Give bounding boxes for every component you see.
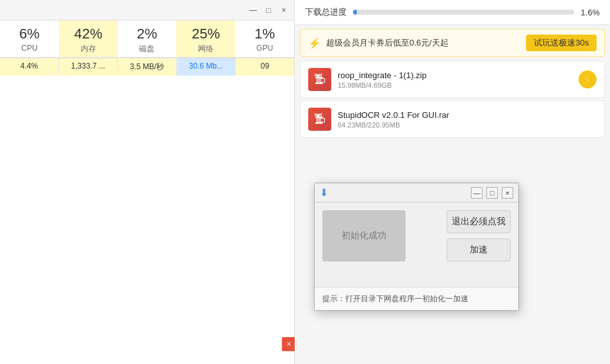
popup-icon: ⬇ bbox=[320, 186, 328, 199]
close-taskmanager-icon[interactable]: × bbox=[282, 337, 296, 351]
file-size-1: 15.98MB/4.69GB bbox=[338, 81, 572, 89]
promo-banner: ⚡ 超级会员月卡券后低至0.6元/天起 试玩送极速30s bbox=[300, 29, 605, 57]
minimize-button[interactable]: — bbox=[248, 5, 258, 15]
popup-minimize-button[interactable]: — bbox=[471, 187, 482, 199]
download-item-2: 🗜 StupidOCR v2.0.1 For GUI.rar 64.23MB/2… bbox=[300, 101, 605, 138]
file-size-2: 64.23MB/220.95MB bbox=[338, 121, 597, 129]
popup-hint-text: 提示：打开目录下网盘程序一初始化一加速 bbox=[322, 294, 468, 304]
file-icon-1: 🗜 bbox=[308, 68, 331, 91]
file-icon-2: 🗜 bbox=[308, 108, 331, 131]
popup-footer: 提示：打开目录下网盘程序一初始化一加速 bbox=[315, 287, 518, 310]
promo-text: 超级会员月卡券后低至0.6元/天起 bbox=[326, 37, 521, 49]
popup-controls: — □ × bbox=[471, 187, 513, 199]
popup-left: 初始化成功 bbox=[322, 210, 439, 279]
lightning-icon: ⚡ bbox=[308, 37, 321, 49]
stats-values-row: 4.4% 1,333.7 ... 3.5 MB/秒 30.6 Mb... 09 bbox=[0, 58, 294, 76]
disk-label: 磁盘 bbox=[120, 44, 174, 54]
memory-value: 1,333.7 ... bbox=[59, 58, 118, 76]
gpu-column: 1% GPU bbox=[235, 21, 294, 57]
cpu-column: 6% CPU bbox=[0, 21, 59, 57]
file-info-2: StupidOCR v2.0.1 For GUI.rar 64.23MB/220… bbox=[338, 110, 597, 129]
progress-bar-fill bbox=[353, 10, 357, 15]
speed-button[interactable]: 加速 bbox=[447, 238, 511, 261]
download-progress-bar bbox=[353, 10, 574, 15]
file-info-1: roop_integrate - 1(1).zip 15.98MB/4.69GB bbox=[338, 70, 572, 89]
download-item-1: 🗜 roop_integrate - 1(1).zip 15.98MB/4.69… bbox=[300, 61, 605, 98]
promo-button[interactable]: 试玩送极速30s bbox=[526, 35, 597, 51]
popup-right: 退出必须点我 加速 bbox=[447, 210, 511, 279]
popup-titlebar: ⬇ — □ × bbox=[315, 183, 518, 203]
progress-percent: 1.6% bbox=[581, 8, 600, 17]
quit-button[interactable]: 退出必须点我 bbox=[447, 210, 511, 233]
file-name-2: StupidOCR v2.0.1 For GUI.rar bbox=[338, 110, 597, 120]
network-value: 30.6 Mb... bbox=[177, 58, 236, 76]
gpu-label: GPU bbox=[238, 44, 292, 53]
popup-body: 初始化成功 退出必须点我 加速 bbox=[315, 203, 518, 287]
init-success-label: 初始化成功 bbox=[342, 230, 386, 242]
task-manager-titlebar: — □ × bbox=[0, 0, 294, 21]
stats-header: 6% CPU 42% 内存 2% 磁盘 25% 网络 1% GPU bbox=[0, 21, 294, 58]
task-manager: — □ × 6% CPU 42% 内存 2% 磁盘 25% 网络 1% GPU bbox=[0, 0, 295, 364]
cpu-value: 4.4% bbox=[0, 58, 59, 76]
memory-percent: 42% bbox=[62, 26, 115, 42]
download-header: 下载总进度 1.6% bbox=[295, 0, 610, 25]
close-button[interactable]: × bbox=[279, 5, 289, 15]
memory-label: 内存 bbox=[62, 44, 115, 54]
popup-dialog: ⬇ — □ × 初始化成功 退出必须点我 加速 提示：打开目录下网盘程序一初始化… bbox=[314, 183, 519, 311]
lightning-action-icon: ⚡ bbox=[582, 74, 593, 85]
network-column: 25% 网络 bbox=[176, 21, 235, 57]
popup-maximize-button[interactable]: □ bbox=[486, 187, 498, 199]
cpu-percent: 6% bbox=[3, 26, 56, 42]
network-label: 网络 bbox=[179, 44, 233, 54]
memory-column: 42% 内存 bbox=[59, 21, 118, 57]
maximize-button[interactable]: □ bbox=[263, 5, 274, 15]
popup-close-button[interactable]: × bbox=[502, 187, 513, 199]
item-action-1[interactable]: ⚡ bbox=[579, 70, 597, 88]
gpu-percent: 1% bbox=[238, 26, 292, 42]
file-name-1: roop_integrate - 1(1).zip bbox=[338, 70, 572, 80]
download-title: 下载总进度 bbox=[305, 6, 347, 18]
disk-value: 3.5 MB/秒 bbox=[118, 58, 177, 76]
network-percent: 25% bbox=[179, 26, 233, 42]
disk-percent: 2% bbox=[120, 26, 174, 42]
disk-column: 2% 磁盘 bbox=[118, 21, 177, 57]
init-success-box: 初始化成功 bbox=[322, 210, 406, 261]
cpu-label: CPU bbox=[3, 44, 56, 53]
gpu-value: 09 bbox=[236, 58, 294, 76]
